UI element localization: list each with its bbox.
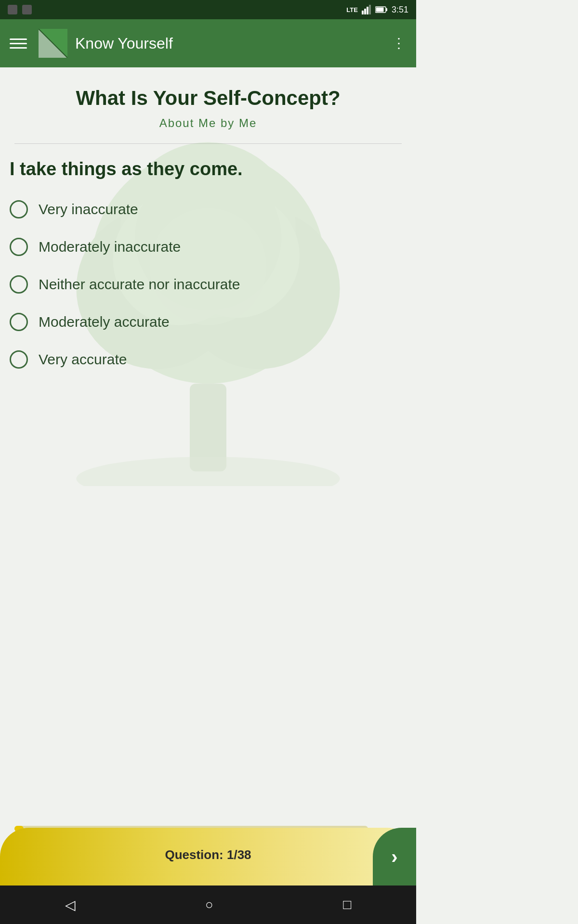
question-text: I take things as they come. [10,157,407,181]
back-button[interactable]: ◁ [65,897,76,913]
option-label-moderately-accurate: Moderately accurate [39,314,170,330]
svg-rect-1 [364,9,366,14]
lte-indicator: LTE [346,6,358,13]
svg-rect-6 [376,8,383,12]
notification-icon-2 [22,5,32,14]
radio-moderately-accurate[interactable] [10,313,28,331]
svg-rect-2 [367,7,368,14]
app-title: Know Yourself [75,35,173,52]
app-bar: Know Yourself ⋮ [0,19,416,67]
status-bar-right: LTE 3:51 [346,5,408,15]
radio-very-inaccurate[interactable] [10,200,28,218]
question-area: I take things as they come. Very inaccur… [0,157,416,369]
question-counter: Question: 1/38 [165,847,251,862]
option-very-accurate[interactable]: Very accurate [10,350,407,369]
radio-very-accurate[interactable] [10,350,28,369]
menu-button[interactable] [10,35,27,52]
android-nav-bar: ◁ ○ □ [0,886,416,924]
option-moderately-accurate[interactable]: Moderately accurate [10,313,407,331]
radio-moderately-inaccurate[interactable] [10,238,28,256]
more-options-button[interactable]: ⋮ [392,37,407,50]
option-moderately-inaccurate[interactable]: Moderately inaccurate [10,238,407,256]
status-bar: LTE 3:51 [0,0,416,19]
recent-apps-button[interactable]: □ [343,897,351,912]
battery-icon [375,6,388,13]
notification-icon-1 [8,5,17,14]
next-arrow-icon: › [391,846,397,868]
quiz-title: What Is Your Self-Concept? [14,87,402,110]
app-logo [39,29,67,58]
svg-point-11 [76,457,340,486]
bottom-bar: Question: 1/38 [0,828,416,886]
svg-rect-0 [362,11,364,14]
status-bar-left [8,5,32,14]
option-label-very-inaccurate: Very inaccurate [39,201,138,218]
signal-icon [362,5,371,14]
option-very-inaccurate[interactable]: Very inaccurate [10,200,407,218]
svg-rect-3 [369,5,371,14]
radio-neither[interactable] [10,275,28,294]
bottom-bar-content: Question: 1/38 [0,847,416,866]
option-neither[interactable]: Neither accurate nor inaccurate [10,275,407,294]
option-label-moderately-inaccurate: Moderately inaccurate [39,239,181,255]
option-label-neither: Neither accurate nor inaccurate [39,276,240,293]
svg-rect-5 [386,8,387,11]
home-button[interactable]: ○ [205,897,213,912]
time-display: 3:51 [392,5,408,15]
option-label-very-accurate: Very accurate [39,351,127,368]
